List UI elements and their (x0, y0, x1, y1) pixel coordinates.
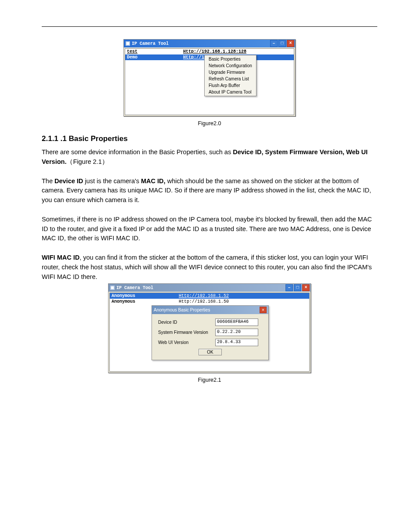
ok-button[interactable]: OK (199, 349, 221, 355)
menu-item-about[interactable]: About IP Camera Tool (205, 89, 256, 95)
device-id-label: Device ID (158, 320, 215, 325)
menu-item-basic-properties[interactable]: Basic Properties (205, 56, 256, 62)
figure-caption: Figure2.1 (42, 377, 377, 383)
text-bold: WIFI MAC ID (42, 254, 79, 261)
figure-2-1: IP Camera Tool – □ × Anonymous Http://19… (42, 283, 377, 383)
web-ui-version-label: Web UI Version (158, 340, 215, 345)
close-button[interactable]: × (302, 284, 310, 291)
minimize-button[interactable]: – (285, 284, 293, 291)
maximize-button[interactable]: □ (294, 284, 301, 291)
paragraph: There are some device information in the… (42, 148, 377, 167)
text-bold: Device ID (54, 177, 83, 185)
ip-camera-tool-window: IP Camera Tool – □ × Anonymous Http://19… (108, 283, 311, 373)
window-title: IP Camera Tool (132, 41, 169, 46)
firmware-version-label: System Firmware Version (158, 330, 215, 335)
camera-url: Http://192.168.1.50 (177, 299, 309, 304)
text-bold: MAC ID, (141, 177, 166, 185)
camera-list: test Http://192.168.1.128:128 Demo Http:… (125, 48, 294, 115)
device-id-field[interactable]: 00606E8FBA46 (215, 318, 258, 326)
camera-name: Demo (125, 54, 181, 60)
dialog-titlebar: Anonymous Basic Properties × (152, 306, 268, 314)
camera-url: Http://192.168.1.52 (177, 293, 309, 299)
camera-list: Anonymous Http://192.168.1.52 Anonymous … (109, 293, 310, 372)
app-icon (110, 286, 115, 290)
text: , you can find it from the sticker at th… (42, 254, 372, 280)
window-titlebar: IP Camera Tool – □ × (124, 40, 295, 47)
menu-item-flush-arp-buffer[interactable]: Flush Arp Buffer (205, 82, 256, 89)
text: just is the camera's (83, 177, 141, 185)
menu-item-upgrade-firmware[interactable]: Upgrade Firmware (205, 69, 256, 76)
figure-caption: Figure2.0 (42, 120, 377, 127)
figure-2-0: IP Camera Tool – □ × test Http://192.168… (42, 39, 377, 127)
web-ui-version-field[interactable]: 20.8.4.33 (215, 339, 258, 346)
camera-name: Anonymous (110, 293, 177, 299)
basic-properties-dialog: Anonymous Basic Properties × Device ID 0… (152, 305, 269, 360)
text: （Figure 2.1） (66, 158, 108, 165)
window-titlebar: IP Camera Tool – □ × (108, 284, 311, 292)
menu-item-refresh-camera-list[interactable]: Refresh Camera List (205, 76, 256, 82)
paragraph: WIFI MAC ID, you can find it from the st… (42, 253, 377, 282)
paragraph: The Device ID just is the camera's MAC I… (42, 177, 377, 205)
app-icon (126, 41, 130, 46)
window-buttons: – □ × (270, 40, 294, 47)
context-menu: Basic Properties Network Configuration U… (204, 55, 256, 96)
horizontal-rule (42, 26, 377, 27)
svg-rect-3 (111, 286, 114, 289)
minimize-button[interactable]: – (270, 40, 278, 47)
camera-name: test (125, 49, 181, 54)
section-heading: 2.1.1 .1 Basic Properties (42, 134, 377, 143)
dialog-title: Anonymous Basic Properties (154, 308, 210, 312)
menu-item-network-configuration[interactable]: Network Configuration (205, 62, 256, 69)
table-row[interactable]: test Http://192.168.1.128:128 (125, 49, 294, 54)
table-row[interactable]: Anonymous Http://192.168.1.52 (110, 293, 309, 299)
maximize-button[interactable]: □ (278, 40, 286, 47)
dialog-close-button[interactable]: × (260, 307, 267, 313)
camera-name: Anonymous (110, 299, 177, 304)
text: There are some device information in the… (42, 148, 233, 156)
window-buttons: – □ × (285, 284, 310, 291)
close-button[interactable]: × (287, 40, 294, 47)
text: The (42, 177, 54, 185)
svg-rect-1 (126, 42, 129, 45)
camera-url: Http://192.168.1.128:128 (181, 49, 294, 54)
firmware-version-field[interactable]: 0.22.2.20 (215, 329, 258, 336)
ip-camera-tool-window: IP Camera Tool – □ × test Http://192.168… (123, 39, 296, 116)
window-title: IP Camera Tool (116, 286, 153, 290)
paragraph: Sometimes, if there is no IP address sho… (42, 215, 377, 243)
table-row[interactable]: Anonymous Http://192.168.1.50 (110, 299, 309, 304)
